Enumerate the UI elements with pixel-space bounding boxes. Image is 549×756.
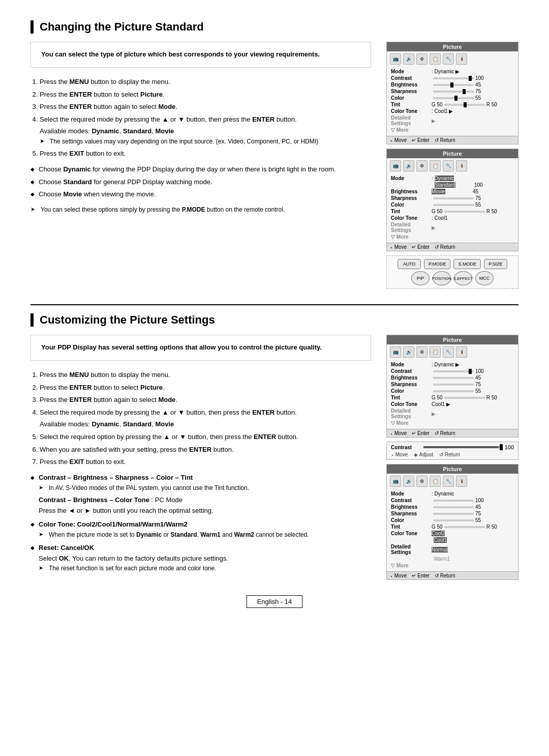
menu-footer-4: ⬩ Move↵ Enter↺ Return [387, 571, 518, 579]
list-item: Reset: Cancel/OK Select OK. You can retu… [30, 543, 371, 574]
menu-icon: 🔊 [403, 53, 414, 65]
menu-footer-3: ⬩ Move↵ Enter↺ Return [387, 429, 518, 437]
menu-row: Mode : Dynamic [391, 176, 514, 181]
list-item: Press the ENTER button to select Picture… [40, 90, 371, 100]
sharpness-slider-4 [433, 513, 474, 515]
menu-row: Brightness 45 [391, 375, 514, 381]
section1-steps: Press the MENU button to display the men… [30, 77, 371, 159]
menu-row: Mode : Dynamic ▶ [391, 69, 514, 74]
contrast-footer: ⬩ Move◈ Adjust↺ Return [391, 452, 514, 457]
picture-menu-body-3: Mode : Dynamic ▶ Contrast 100 Brightness [387, 360, 518, 429]
list-item: Select the required option by pressing t… [40, 432, 371, 443]
menu-row: Tint G 50 R 50 [391, 395, 514, 400]
pmode-note: You can select these options simply by p… [30, 205, 371, 215]
menu-icon: 📋 [430, 476, 441, 487]
available-modes: Available modes: Dynamic, Standard, Movi… [40, 127, 174, 135]
list-item: Press the MENU button to display the men… [40, 77, 371, 88]
list-item: Press the ENTER button again to select M… [40, 102, 371, 112]
section1-intro: You can select the type of picture which… [41, 49, 360, 60]
list-item: Choose Dynamic for viewing the PDP Displ… [30, 164, 371, 175]
tint-slider-2 [444, 211, 485, 213]
menu-row: ▽ More [391, 563, 514, 568]
menu-icon-row-3: 📺 🔊 ⚙ 📋 🔧 ℹ [387, 344, 518, 360]
menu-row: Sharpness 75 [391, 511, 514, 516]
pip-button[interactable]: PIP [411, 271, 430, 285]
menu-row: Color Tone : Cool1 ▶ [391, 108, 514, 114]
menu-row: Color 55 [391, 388, 514, 394]
warm-note: When the picture mode is set to Dynamic … [39, 530, 371, 540]
section1-left: You can select the type of picture which… [30, 42, 371, 289]
list-item: Choose Movie when viewing the movie. [30, 189, 371, 200]
section2-left: Your PDP Display has several setting opt… [30, 335, 371, 580]
menu-icon: ℹ [456, 476, 467, 487]
menu-footer-2: ⬩ Move↵ Enter↺ Return [387, 243, 518, 251]
menu-icon: 🔊 [403, 476, 414, 487]
menu-icon: 🔧 [443, 53, 454, 65]
menu-row: ▽ More [391, 420, 514, 426]
menu-row: Tint G 50 R 50 [391, 209, 514, 214]
remote-buttons: AUTO P.MODE S.MODE P.SIZE PIP POSITION S… [390, 259, 515, 285]
list-item: Press the EXIT button to exit. [40, 457, 371, 468]
contrast-bar-box: Contrast 100 ⬩ Move◈ Adjust↺ Return [386, 442, 518, 460]
contrast-label: Contrast [391, 445, 421, 450]
menu-icon-row: 📺 🔊 ⚙ 📋 🔧 ℹ [387, 51, 518, 67]
seffect-button[interactable]: S.EFFECT [454, 271, 472, 285]
reset-note: The reset function is set for each pictu… [39, 564, 371, 573]
menu-row: Contrast 100 [391, 75, 514, 81]
menu-icon: 🔊 [403, 346, 414, 358]
list-item: Press the EXIT button to exit. [40, 149, 371, 159]
section2-title: Customizing the Picture Settings [30, 313, 518, 327]
menu-icon: 📺 [390, 476, 401, 487]
psize-button[interactable]: P.SIZE [484, 259, 507, 269]
list-item: When you are satisfied with your setting… [40, 445, 371, 455]
menu-row: Color 55 [391, 517, 514, 523]
sharpness-slider-2 [433, 197, 474, 199]
remote-row: AUTO P.MODE S.MODE P.SIZE [398, 259, 507, 269]
menu-row: Tint G 50 R 50 [391, 524, 514, 530]
section1-intro-box: You can select the type of picture which… [30, 42, 371, 68]
color-slider-2 [433, 204, 474, 206]
position-button[interactable]: POSITION [433, 271, 451, 285]
tint-slider-3 [444, 397, 485, 399]
smode-button[interactable]: S.MODE [453, 259, 481, 269]
tint-slider-4 [444, 526, 485, 528]
menu-row: ▽ More [391, 234, 514, 240]
menu-row: Contrast 100 [391, 368, 514, 374]
picture-menu-title: Picture [387, 42, 518, 51]
menu-row: Cool1 [391, 537, 514, 543]
menu-row: Detailed Settings ▶ [391, 408, 514, 419]
mcc-button[interactable]: MCC [475, 271, 494, 285]
contrast-slider [433, 77, 474, 79]
list-item: Press the MENU button to display the men… [40, 370, 371, 381]
menu-row: Color Tone : Cool1 [391, 215, 514, 221]
tint-note: In AV, S-Video modes of the PAL system, … [39, 483, 371, 493]
menu-row: Brightness Movie 45 [391, 189, 514, 194]
menu-icon: 📺 [390, 346, 401, 358]
menu-row: Contrast 100 [391, 498, 514, 503]
list-item: Press the ENTER button again to select M… [40, 395, 371, 405]
list-item: Select the required mode by pressing the… [40, 114, 371, 147]
list-item: Select the required mode by pressing the… [40, 408, 371, 430]
section2-right: Picture 📺 🔊 ⚙ 📋 🔧 ℹ Mode : Dynamic ▶ Con [386, 335, 518, 580]
menu-icon: 🔊 [403, 160, 414, 171]
brightness-slider-4 [433, 506, 474, 508]
menu-icon: 📋 [430, 160, 441, 171]
auto-button[interactable]: AUTO [398, 259, 421, 269]
menu-row: Detailed Settings ▶ [391, 222, 514, 233]
menu-icon-row-2: 📺 🔊 ⚙ 📋 🔧 ℹ [387, 158, 518, 173]
pmode-button[interactable]: P.MODE [424, 259, 450, 269]
menu-icon: 📺 [390, 53, 401, 65]
menu-row: Warm1 [391, 556, 514, 562]
section1-title: Changing the Picture Standard [30, 20, 518, 34]
section-divider [30, 304, 518, 305]
menu-icon: ⚙ [416, 346, 428, 358]
menu-row: Tint G 50 R 50 [391, 102, 514, 107]
menu-row: Color 55 [391, 202, 514, 208]
menu-icon: 📋 [430, 346, 441, 358]
menu-row: Sharpness 75 [391, 195, 514, 201]
menu-row: Mode : Dynamic [391, 491, 514, 497]
picture-menu-title-3: Picture [387, 335, 518, 344]
section2-intro-box: Your PDP Display has several setting opt… [30, 335, 371, 361]
section2-intro: Your PDP Display has several setting opt… [41, 342, 360, 353]
picture-menu-title-2: Picture [387, 149, 518, 158]
